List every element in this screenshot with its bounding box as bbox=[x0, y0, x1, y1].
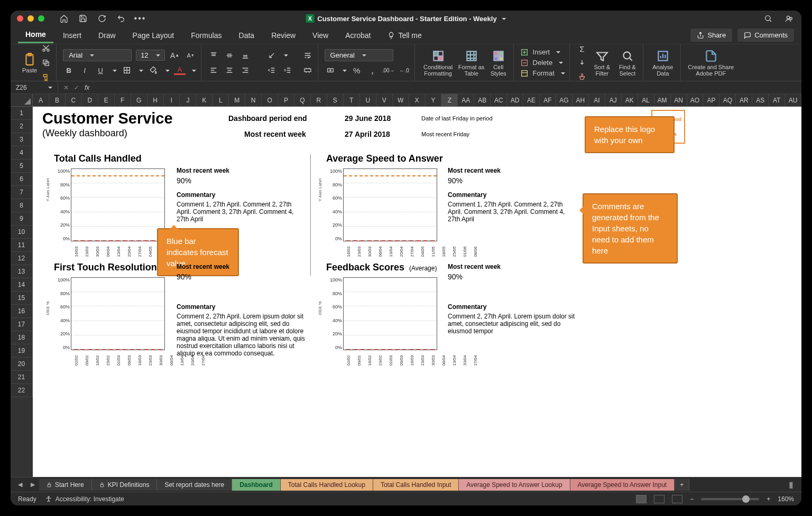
column-header[interactable]: X bbox=[409, 94, 426, 107]
column-header[interactable]: Z bbox=[441, 94, 458, 107]
row-header[interactable]: 22 bbox=[11, 384, 33, 397]
row-header[interactable]: 14 bbox=[11, 278, 33, 292]
orientation-icon[interactable] bbox=[266, 50, 278, 61]
italic-icon[interactable]: I bbox=[79, 64, 90, 76]
underline-menu[interactable] bbox=[110, 67, 117, 74]
column-header[interactable]: AA bbox=[458, 94, 474, 107]
row-header[interactable]: 12 bbox=[11, 252, 33, 265]
column-header[interactable]: L bbox=[213, 94, 229, 107]
fx-icon[interactable]: fx bbox=[85, 84, 89, 91]
align-bottom-icon[interactable] bbox=[239, 50, 251, 61]
worksheet[interactable]: Customer Service (Weekly dashboard) Dash… bbox=[33, 107, 801, 477]
format-as-table-button[interactable]: Format as Table bbox=[458, 49, 485, 77]
clear-icon[interactable] bbox=[576, 71, 588, 82]
border-icon[interactable] bbox=[121, 64, 133, 76]
sheet-tab[interactable]: Total Calls Handled Lookup bbox=[281, 479, 373, 491]
close-icon[interactable] bbox=[17, 15, 23, 22]
analyse-data-button[interactable]: Analyse Data bbox=[650, 49, 676, 77]
row-header[interactable]: 1 bbox=[11, 107, 33, 120]
select-all-corner[interactable] bbox=[11, 94, 33, 107]
account-icon[interactable] bbox=[783, 13, 795, 24]
search-icon[interactable] bbox=[762, 13, 774, 24]
cancel-icon[interactable]: ✕ bbox=[63, 84, 69, 91]
font-color-icon[interactable]: A bbox=[174, 65, 186, 75]
row-header[interactable]: 20 bbox=[11, 358, 33, 371]
column-header[interactable]: U bbox=[360, 94, 376, 107]
document-title[interactable]: X Customer Service Dashboard - Starter E… bbox=[306, 14, 506, 23]
autosum-icon[interactable]: Σ bbox=[576, 43, 588, 55]
comma-icon[interactable]: , bbox=[367, 64, 379, 76]
merge-icon[interactable] bbox=[302, 64, 313, 76]
column-header[interactable]: N bbox=[245, 94, 262, 107]
row-header[interactable]: 10 bbox=[11, 226, 33, 239]
cell-styles-button[interactable]: Cell Styles bbox=[488, 49, 509, 77]
column-header[interactable]: AE bbox=[523, 94, 540, 107]
column-header[interactable]: AG bbox=[556, 94, 573, 107]
sheet-tab[interactable]: Dashboard bbox=[232, 479, 281, 491]
row-header[interactable]: 8 bbox=[11, 199, 33, 212]
cut-icon[interactable] bbox=[40, 42, 52, 54]
column-header[interactable]: V bbox=[376, 94, 393, 107]
align-left-icon[interactable] bbox=[208, 64, 219, 76]
column-header[interactable]: E bbox=[98, 94, 115, 107]
font-name-select[interactable]: Arial bbox=[63, 49, 132, 61]
align-top-icon[interactable] bbox=[208, 50, 219, 61]
create-pdf-button[interactable]: Create and Share Adobe PDF bbox=[687, 49, 735, 77]
save-icon[interactable] bbox=[77, 13, 89, 24]
tab-next[interactable]: ▶ bbox=[26, 481, 39, 488]
increase-indent-icon[interactable] bbox=[282, 64, 293, 76]
tab-view[interactable]: View bbox=[305, 28, 336, 43]
grow-font-icon[interactable]: A▲ bbox=[169, 50, 181, 61]
fill-color-icon[interactable] bbox=[147, 64, 159, 76]
decrease-decimal-icon[interactable]: ←.0 bbox=[399, 64, 410, 76]
tab-formulas[interactable]: Formulas bbox=[183, 28, 229, 43]
tab-insert[interactable]: Insert bbox=[56, 28, 89, 43]
fill-icon[interactable] bbox=[576, 57, 588, 69]
paste-button[interactable]: Paste bbox=[22, 52, 37, 73]
row-header[interactable]: 6 bbox=[11, 173, 33, 186]
column-header[interactable]: C bbox=[66, 94, 82, 107]
column-header[interactable]: AJ bbox=[605, 94, 622, 107]
tab-prev[interactable]: ◀ bbox=[14, 481, 26, 488]
sheet-tab[interactable]: Total Calls Handled Input bbox=[373, 479, 459, 491]
column-header[interactable]: B bbox=[49, 94, 66, 107]
home-icon[interactable] bbox=[58, 13, 70, 24]
decrease-indent-icon[interactable] bbox=[266, 64, 278, 76]
column-header[interactable]: AL bbox=[638, 94, 654, 107]
column-header[interactable]: AM bbox=[654, 94, 671, 107]
sheet-tab[interactable]: Average Speed to Answer Lookup bbox=[459, 479, 570, 491]
increase-decimal-icon[interactable]: .00→ bbox=[383, 64, 394, 76]
column-header[interactable]: M bbox=[229, 94, 245, 107]
accessibility-button[interactable]: Accessibility: Investigate bbox=[45, 495, 124, 503]
column-header[interactable]: AO bbox=[687, 94, 704, 107]
column-header[interactable]: W bbox=[393, 94, 409, 107]
autosave-icon[interactable] bbox=[96, 13, 108, 24]
column-header[interactable]: AC bbox=[491, 94, 507, 107]
maximize-icon[interactable] bbox=[38, 15, 44, 22]
share-button[interactable]: Share bbox=[690, 29, 732, 42]
sheet-tab[interactable]: Set report dates here bbox=[157, 479, 232, 491]
align-right-icon[interactable] bbox=[239, 64, 251, 76]
shrink-font-icon[interactable]: A▼ bbox=[185, 50, 197, 61]
tab-home[interactable]: Home bbox=[18, 27, 53, 43]
sort-filter-button[interactable]: Sort & Filter bbox=[591, 49, 613, 77]
insert-cells-button[interactable]: Insert bbox=[520, 48, 565, 57]
row-header[interactable]: 4 bbox=[11, 146, 33, 160]
column-header[interactable]: J bbox=[180, 94, 196, 107]
more-icon[interactable]: ••• bbox=[134, 13, 146, 24]
column-header[interactable]: K bbox=[196, 94, 213, 107]
currency-icon[interactable] bbox=[325, 64, 336, 76]
wrap-text-icon[interactable] bbox=[302, 50, 313, 61]
tab-data[interactable]: Data bbox=[232, 28, 262, 43]
row-header[interactable]: 7 bbox=[11, 186, 33, 199]
row-header[interactable]: 21 bbox=[11, 371, 33, 384]
font-size-select[interactable]: 12 bbox=[136, 50, 164, 61]
column-header[interactable]: AT bbox=[769, 94, 785, 107]
tell-me[interactable]: Tell me bbox=[380, 28, 429, 43]
column-header[interactable]: O bbox=[262, 94, 278, 107]
column-header[interactable]: AR bbox=[736, 94, 752, 107]
add-sheet-button[interactable]: + bbox=[675, 479, 689, 491]
underline-icon[interactable]: U bbox=[95, 64, 106, 76]
row-header[interactable]: 11 bbox=[11, 239, 33, 252]
column-header[interactable]: AS bbox=[752, 94, 769, 107]
